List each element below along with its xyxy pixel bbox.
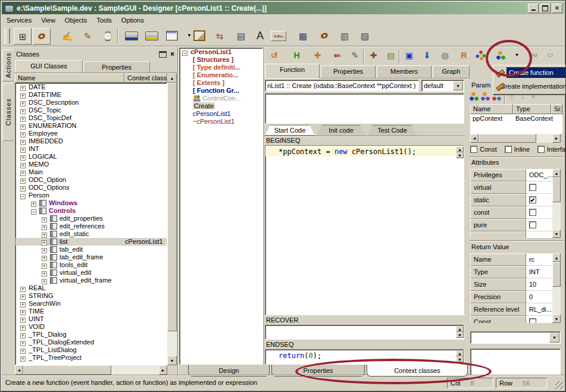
expand-icon[interactable]: + (20, 148, 26, 153)
param-col-type[interactable]: Type (513, 104, 551, 114)
scroll-left-icon[interactable]: ◄ (15, 365, 23, 375)
expand-icon[interactable]: + (20, 132, 26, 137)
return-value-cell[interactable]: RL_di... (526, 303, 552, 316)
scroll-right-icon[interactable]: ► (552, 134, 561, 143)
new-parameter-icon[interactable] (469, 92, 480, 102)
spin-up-icon[interactable]: ▲ (456, 146, 464, 152)
tree-item-memo[interactable]: +MEMO (15, 161, 167, 168)
object-tree-item-controlcon-[interactable]: ControlCon... (180, 95, 262, 102)
font-icon[interactable]: A (252, 28, 268, 43)
tab-properties[interactable]: Properties (321, 65, 376, 79)
tree-item-tools_edit[interactable]: +tools_edit (15, 261, 167, 269)
window-grid-icon[interactable]: ▨ (357, 28, 373, 43)
start-code-editor[interactable]: *ppContext = new cPersonList1(); (265, 145, 464, 315)
attribute-value-cell[interactable]: ✔ (526, 194, 552, 206)
menu-view[interactable]: View (36, 15, 60, 25)
menu-objects[interactable]: Objects (60, 15, 92, 25)
interfac-checkbox[interactable] (537, 146, 545, 153)
tree-item-_tpl_dialog[interactable]: +_TPL_Dialog (15, 331, 167, 338)
tab-gui-classes[interactable]: GUI Classes (15, 60, 83, 73)
tree-item-dsc_description[interactable]: +DSC_Description (15, 99, 167, 106)
eraser-ring2-icon[interactable] (316, 28, 333, 43)
expand-icon[interactable]: + (20, 341, 26, 346)
expand-icon[interactable]: + (20, 163, 26, 168)
tab-init-code[interactable]: Init code (317, 125, 365, 136)
collapse-icon[interactable]: − (31, 209, 36, 215)
resize-grip[interactable] (555, 381, 563, 389)
const-checkbox[interactable] (529, 209, 536, 216)
function-description-area[interactable] (265, 93, 464, 124)
scroll-down-icon[interactable]: ▼ (552, 230, 561, 238)
expand-icon[interactable]: + (20, 318, 26, 323)
tree-item-logical[interactable]: +LOGICAL (15, 153, 167, 161)
chevron-down-icon[interactable]: ▼ (549, 333, 559, 343)
tree-item-void[interactable]: +VOID (15, 323, 167, 331)
return-label-cell[interactable]: Const (470, 316, 526, 323)
expand-icon[interactable]: + (20, 186, 26, 192)
tree-item-list[interactable]: +listcPersonList1 (15, 238, 167, 246)
expand-icon[interactable]: + (42, 279, 47, 284)
server-icon[interactable]: ▥ (336, 28, 353, 43)
tree-item-virtual_edit_frame[interactable]: +virtual_edit_frame (15, 277, 167, 284)
attr-vscroll-thumb[interactable] (552, 177, 561, 202)
maximize-button[interactable] (540, 4, 551, 13)
expand-icon[interactable]: + (20, 287, 26, 292)
attribute-label-cell[interactable]: Privileges (470, 169, 526, 181)
expand-icon[interactable]: + (42, 264, 47, 269)
sidebar-tab-classes[interactable]: Classes (2, 83, 14, 141)
expand-icon[interactable]: + (20, 294, 26, 300)
expand-icon[interactable]: + (20, 356, 26, 362)
insert-parameter-icon[interactable] (480, 92, 491, 102)
parameter-layers-icon[interactable]: ▤ (383, 48, 398, 62)
expand-icon[interactable]: + (20, 325, 26, 331)
return-value-cell[interactable]: 0 (526, 291, 552, 303)
tab-properties[interactable]: Properties (271, 365, 365, 377)
expand-icon[interactable]: + (20, 93, 26, 99)
export-source-icon[interactable]: ⇓ (420, 48, 434, 62)
tree-item-dsc_topicdef[interactable]: +DSC_TopicDef (15, 114, 167, 122)
attribute-label-cell[interactable]: pure (470, 219, 526, 231)
user-document-icon[interactable]: ✍ (59, 28, 76, 43)
expand-icon[interactable]: + (20, 124, 26, 130)
expand-icon[interactable]: + (20, 109, 26, 114)
tree-item-_tpl_dialogextended[interactable]: +_TPL_DialogExtended (15, 338, 167, 346)
expand-icon[interactable]: + (20, 333, 26, 338)
param-col-size[interactable]: Si: (551, 104, 562, 114)
tree-item-edit_references[interactable]: +edit_references (15, 222, 167, 230)
tree-item-_tpl_treeproject[interactable]: +_TPL_TreeProject (15, 354, 167, 362)
inline-checkbox[interactable] (505, 146, 512, 153)
attribute-value-cell[interactable] (526, 231, 552, 238)
tree-item-edit_static[interactable]: +edit_static (15, 230, 167, 238)
scroll-left-icon[interactable]: ◄ (470, 134, 479, 143)
attribute-value-cell[interactable] (526, 181, 552, 194)
import-class-icon[interactable]: ⇐ (330, 48, 345, 62)
return-label-cell[interactable]: Reference level (470, 303, 526, 316)
tree-item-int[interactable]: +INT (15, 145, 167, 153)
scroll-down-icon[interactable]: ▼ (552, 315, 561, 323)
tree-item-edit_properties[interactable]: +edit_properties (15, 215, 167, 222)
classes-hscroll-thumb[interactable] (23, 365, 111, 375)
return-label-cell[interactable]: Size (470, 278, 526, 291)
tree-item-date[interactable]: +DATE (15, 83, 167, 91)
Const-checkbox[interactable] (529, 318, 536, 323)
tree-item-person[interactable]: −Person (15, 192, 167, 199)
expand-icon[interactable]: + (20, 171, 26, 176)
return-label-cell[interactable]: Type (470, 266, 526, 278)
tab-test-code[interactable]: Test Code (367, 125, 417, 136)
return-value-cell[interactable]: INT (526, 266, 552, 278)
notes-text-area[interactable] (470, 349, 561, 375)
expand-icon[interactable]: + (42, 271, 47, 277)
tree-item-imbedded[interactable]: +IMBEDDED (15, 137, 167, 145)
tree-item-controls[interactable]: −Controls (15, 207, 167, 215)
scroll-right-icon[interactable]: ► (159, 365, 167, 375)
expand-icon[interactable]: + (20, 155, 26, 161)
tree-item-dsc_topic[interactable]: +DSC_Topic (15, 106, 167, 114)
tree-item-virtual_edit[interactable]: +virtual_edit (15, 269, 167, 277)
recover-code-editor[interactable] (265, 325, 464, 340)
open-drawer-icon[interactable] (123, 28, 140, 43)
attribute-label-cell[interactable]: const (470, 206, 526, 219)
tree-item-tab_edit[interactable]: +tab_edit (15, 246, 167, 253)
list-view-icon[interactable]: ▤ (233, 28, 249, 43)
expand-icon[interactable]: + (20, 302, 26, 308)
edit-document-icon[interactable]: ✎ (79, 28, 96, 43)
